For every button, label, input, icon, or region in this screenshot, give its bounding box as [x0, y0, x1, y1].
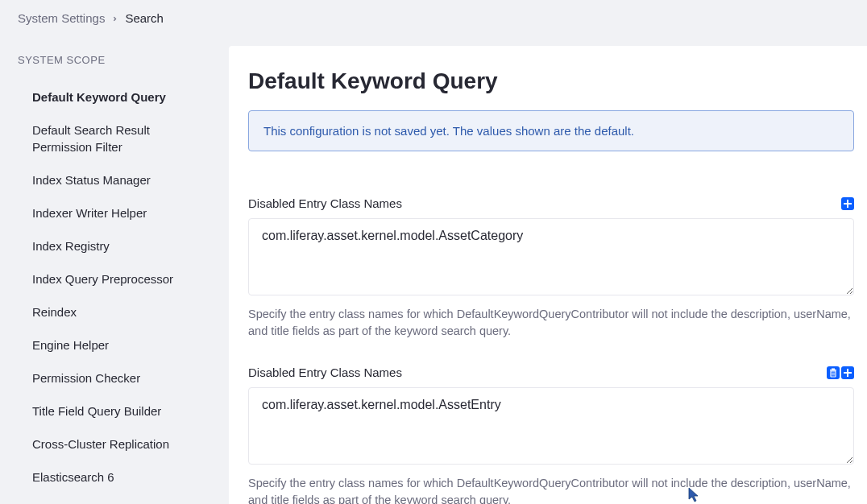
sidebar-item[interactable]: Engine Helper [18, 328, 211, 361]
sidebar-item[interactable]: Default Search Result Permission Filter [18, 114, 211, 163]
svg-rect-5 [832, 368, 835, 370]
trash-icon[interactable] [827, 366, 840, 379]
info-banner: This configuration is not saved yet. The… [248, 110, 854, 151]
sidebar-item[interactable]: Cross-Cluster Replication [18, 428, 211, 461]
field-label: Disabled Entry Class Names [248, 366, 402, 379]
sidebar-header: SYSTEM SCOPE [18, 54, 211, 66]
field-actions [827, 366, 854, 379]
svg-rect-11 [844, 372, 852, 374]
svg-rect-3 [827, 366, 840, 379]
field-block: Disabled Entry Class NamesSpecify the en… [248, 196, 854, 340]
field-header: Disabled Entry Class Names [248, 366, 854, 379]
disabled-entry-class-names-input[interactable] [248, 218, 854, 295]
breadcrumb: System Settings Search [0, 0, 867, 36]
chevron-right-icon [111, 11, 118, 25]
sidebar-item[interactable]: Default Keyword Query [18, 81, 211, 114]
page-title: Default Keyword Query [248, 68, 854, 94]
plus-icon[interactable] [841, 197, 854, 210]
svg-rect-4 [830, 370, 836, 371]
plus-icon[interactable] [841, 366, 854, 379]
disabled-entry-class-names-input[interactable] [248, 387, 854, 465]
breadcrumb-current: Search [125, 11, 164, 25]
help-text: Specify the entry class names for which … [248, 475, 854, 504]
sidebar-item[interactable]: Index Query Preprocessor [18, 262, 211, 295]
sidebar-item[interactable]: Title Field Query Builder [18, 395, 211, 428]
main-panel: Default Keyword Query This configuration… [229, 46, 867, 504]
sidebar-items: Default Keyword QueryDefault Search Resu… [18, 81, 211, 494]
sidebar-item[interactable]: Permission Checker [18, 361, 211, 395]
field-actions [841, 197, 854, 210]
sidebar: SYSTEM SCOPE Default Keyword QueryDefaul… [0, 36, 229, 504]
sidebar-item[interactable]: Reindex [18, 295, 211, 328]
sidebar-item[interactable]: Index Registry [18, 229, 211, 262]
breadcrumb-parent[interactable]: System Settings [18, 11, 105, 25]
sidebar-item[interactable]: Elasticsearch 6 [18, 461, 211, 494]
field-header: Disabled Entry Class Names [248, 196, 854, 210]
help-text: Specify the entry class names for which … [248, 306, 854, 340]
field-label: Disabled Entry Class Names [248, 196, 402, 210]
svg-rect-2 [844, 203, 852, 204]
sidebar-item[interactable]: Index Status Manager [18, 163, 211, 196]
field-block: Disabled Entry Class NamesSpecify the en… [248, 366, 854, 504]
sidebar-item[interactable]: Indexer Writer Helper [18, 196, 211, 229]
